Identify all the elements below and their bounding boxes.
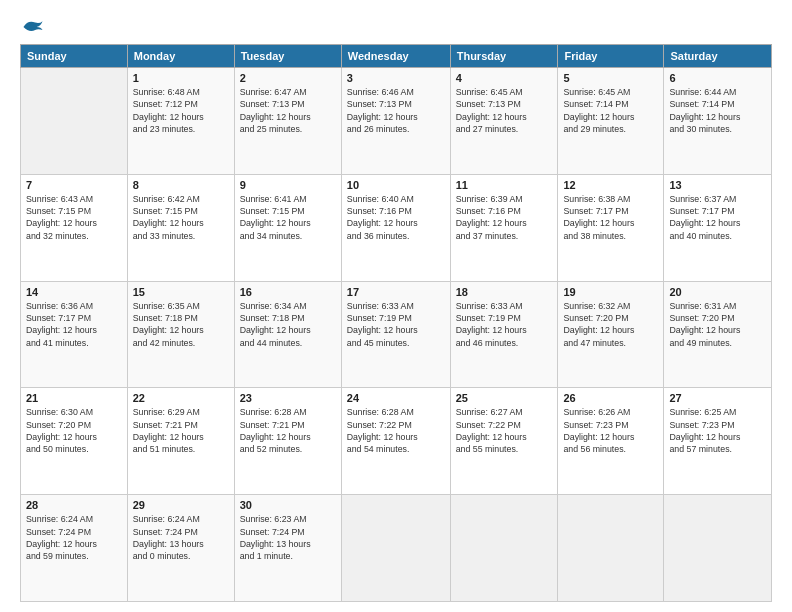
day-info: Sunrise: 6:25 AM Sunset: 7:23 PM Dayligh… [669,406,766,455]
day-number: 30 [240,499,336,511]
col-header-friday: Friday [558,45,664,68]
col-header-monday: Monday [127,45,234,68]
day-info: Sunrise: 6:27 AM Sunset: 7:22 PM Dayligh… [456,406,553,455]
day-number: 12 [563,179,658,191]
day-number: 15 [133,286,229,298]
day-number: 8 [133,179,229,191]
day-cell: 4Sunrise: 6:45 AM Sunset: 7:13 PM Daylig… [450,68,558,175]
day-info: Sunrise: 6:47 AM Sunset: 7:13 PM Dayligh… [240,86,336,135]
day-cell: 15Sunrise: 6:35 AM Sunset: 7:18 PM Dayli… [127,281,234,388]
day-info: Sunrise: 6:35 AM Sunset: 7:18 PM Dayligh… [133,300,229,349]
day-number: 5 [563,72,658,84]
day-cell: 16Sunrise: 6:34 AM Sunset: 7:18 PM Dayli… [234,281,341,388]
day-info: Sunrise: 6:30 AM Sunset: 7:20 PM Dayligh… [26,406,122,455]
week-row-2: 7Sunrise: 6:43 AM Sunset: 7:15 PM Daylig… [21,174,772,281]
day-number: 20 [669,286,766,298]
day-cell: 25Sunrise: 6:27 AM Sunset: 7:22 PM Dayli… [450,388,558,495]
day-info: Sunrise: 6:40 AM Sunset: 7:16 PM Dayligh… [347,193,445,242]
day-info: Sunrise: 6:23 AM Sunset: 7:24 PM Dayligh… [240,513,336,562]
day-cell: 8Sunrise: 6:42 AM Sunset: 7:15 PM Daylig… [127,174,234,281]
calendar-header-row: SundayMondayTuesdayWednesdayThursdayFrid… [21,45,772,68]
logo-bird-icon [22,18,44,36]
day-number: 22 [133,392,229,404]
week-row-3: 14Sunrise: 6:36 AM Sunset: 7:17 PM Dayli… [21,281,772,388]
day-cell [558,495,664,602]
day-info: Sunrise: 6:42 AM Sunset: 7:15 PM Dayligh… [133,193,229,242]
day-info: Sunrise: 6:39 AM Sunset: 7:16 PM Dayligh… [456,193,553,242]
day-number: 2 [240,72,336,84]
day-number: 21 [26,392,122,404]
day-info: Sunrise: 6:36 AM Sunset: 7:17 PM Dayligh… [26,300,122,349]
day-number: 1 [133,72,229,84]
day-cell [341,495,450,602]
day-info: Sunrise: 6:38 AM Sunset: 7:17 PM Dayligh… [563,193,658,242]
day-number: 18 [456,286,553,298]
day-cell: 24Sunrise: 6:28 AM Sunset: 7:22 PM Dayli… [341,388,450,495]
day-number: 26 [563,392,658,404]
day-info: Sunrise: 6:48 AM Sunset: 7:12 PM Dayligh… [133,86,229,135]
day-number: 27 [669,392,766,404]
day-info: Sunrise: 6:33 AM Sunset: 7:19 PM Dayligh… [347,300,445,349]
day-info: Sunrise: 6:33 AM Sunset: 7:19 PM Dayligh… [456,300,553,349]
day-cell: 13Sunrise: 6:37 AM Sunset: 7:17 PM Dayli… [664,174,772,281]
day-cell: 2Sunrise: 6:47 AM Sunset: 7:13 PM Daylig… [234,68,341,175]
col-header-sunday: Sunday [21,45,128,68]
col-header-saturday: Saturday [664,45,772,68]
day-cell [450,495,558,602]
day-info: Sunrise: 6:26 AM Sunset: 7:23 PM Dayligh… [563,406,658,455]
day-number: 23 [240,392,336,404]
day-info: Sunrise: 6:29 AM Sunset: 7:21 PM Dayligh… [133,406,229,455]
week-row-4: 21Sunrise: 6:30 AM Sunset: 7:20 PM Dayli… [21,388,772,495]
day-info: Sunrise: 6:28 AM Sunset: 7:22 PM Dayligh… [347,406,445,455]
col-header-tuesday: Tuesday [234,45,341,68]
day-cell [21,68,128,175]
header [20,18,772,36]
day-info: Sunrise: 6:43 AM Sunset: 7:15 PM Dayligh… [26,193,122,242]
day-number: 9 [240,179,336,191]
day-cell: 18Sunrise: 6:33 AM Sunset: 7:19 PM Dayli… [450,281,558,388]
day-number: 4 [456,72,553,84]
day-cell: 19Sunrise: 6:32 AM Sunset: 7:20 PM Dayli… [558,281,664,388]
day-info: Sunrise: 6:34 AM Sunset: 7:18 PM Dayligh… [240,300,336,349]
day-number: 14 [26,286,122,298]
day-info: Sunrise: 6:28 AM Sunset: 7:21 PM Dayligh… [240,406,336,455]
day-cell: 11Sunrise: 6:39 AM Sunset: 7:16 PM Dayli… [450,174,558,281]
day-number: 16 [240,286,336,298]
day-cell [664,495,772,602]
day-number: 10 [347,179,445,191]
day-info: Sunrise: 6:45 AM Sunset: 7:13 PM Dayligh… [456,86,553,135]
day-info: Sunrise: 6:41 AM Sunset: 7:15 PM Dayligh… [240,193,336,242]
day-cell: 5Sunrise: 6:45 AM Sunset: 7:14 PM Daylig… [558,68,664,175]
day-number: 3 [347,72,445,84]
week-row-5: 28Sunrise: 6:24 AM Sunset: 7:24 PM Dayli… [21,495,772,602]
logo [20,18,48,36]
day-number: 11 [456,179,553,191]
day-number: 7 [26,179,122,191]
day-cell: 1Sunrise: 6:48 AM Sunset: 7:12 PM Daylig… [127,68,234,175]
day-info: Sunrise: 6:24 AM Sunset: 7:24 PM Dayligh… [26,513,122,562]
day-cell: 12Sunrise: 6:38 AM Sunset: 7:17 PM Dayli… [558,174,664,281]
day-cell: 26Sunrise: 6:26 AM Sunset: 7:23 PM Dayli… [558,388,664,495]
day-cell: 28Sunrise: 6:24 AM Sunset: 7:24 PM Dayli… [21,495,128,602]
col-header-thursday: Thursday [450,45,558,68]
day-info: Sunrise: 6:44 AM Sunset: 7:14 PM Dayligh… [669,86,766,135]
day-cell: 21Sunrise: 6:30 AM Sunset: 7:20 PM Dayli… [21,388,128,495]
day-number: 29 [133,499,229,511]
day-info: Sunrise: 6:37 AM Sunset: 7:17 PM Dayligh… [669,193,766,242]
day-number: 24 [347,392,445,404]
day-info: Sunrise: 6:31 AM Sunset: 7:20 PM Dayligh… [669,300,766,349]
day-cell: 27Sunrise: 6:25 AM Sunset: 7:23 PM Dayli… [664,388,772,495]
day-cell: 29Sunrise: 6:24 AM Sunset: 7:24 PM Dayli… [127,495,234,602]
day-info: Sunrise: 6:46 AM Sunset: 7:13 PM Dayligh… [347,86,445,135]
day-number: 25 [456,392,553,404]
day-number: 6 [669,72,766,84]
day-cell: 9Sunrise: 6:41 AM Sunset: 7:15 PM Daylig… [234,174,341,281]
col-header-wednesday: Wednesday [341,45,450,68]
logo-area [20,18,48,36]
day-info: Sunrise: 6:45 AM Sunset: 7:14 PM Dayligh… [563,86,658,135]
week-row-1: 1Sunrise: 6:48 AM Sunset: 7:12 PM Daylig… [21,68,772,175]
day-cell: 7Sunrise: 6:43 AM Sunset: 7:15 PM Daylig… [21,174,128,281]
day-cell: 3Sunrise: 6:46 AM Sunset: 7:13 PM Daylig… [341,68,450,175]
day-cell: 17Sunrise: 6:33 AM Sunset: 7:19 PM Dayli… [341,281,450,388]
day-cell: 14Sunrise: 6:36 AM Sunset: 7:17 PM Dayli… [21,281,128,388]
